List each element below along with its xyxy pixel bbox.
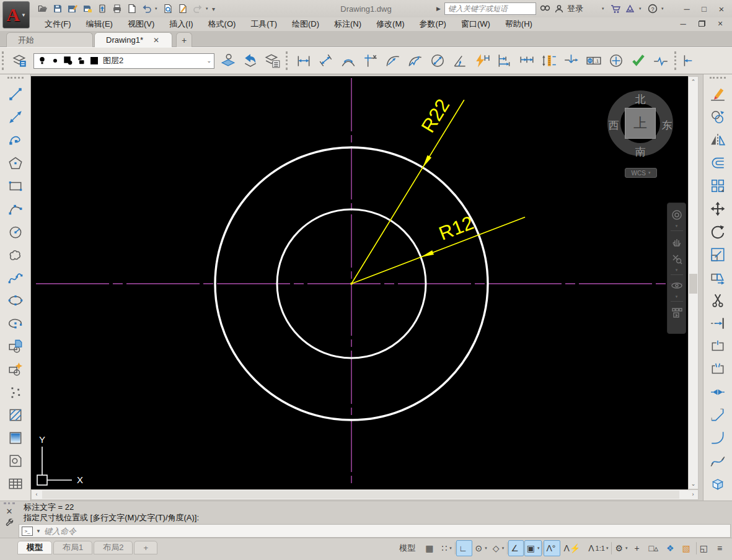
divider-3[interactable] [542, 542, 543, 554]
dim-edit-button[interactable] [681, 49, 697, 72]
orbit-icon[interactable] [670, 278, 684, 294]
insert-block-button[interactable] [4, 335, 27, 357]
move-button[interactable] [706, 197, 730, 220]
dim-jogged-linear-button[interactable] [650, 49, 672, 72]
viewcube-top-face[interactable]: 上 [625, 108, 656, 139]
dim-angular-button[interactable] [449, 49, 471, 72]
chevron-down-icon[interactable]: ▾ [676, 295, 678, 299]
dim-jogged-button[interactable] [404, 49, 426, 72]
object-snap-toggle[interactable]: ▣▾ [524, 540, 542, 556]
close-button[interactable]: × [713, 2, 730, 15]
vertical-scrollbar[interactable]: ⌃ ⌄ [688, 76, 699, 489]
elliptical-arc-button[interactable] [4, 312, 27, 335]
wrench-icon[interactable] [5, 518, 14, 529]
annotation-scale-button[interactable]: Λ1:1▾ [586, 540, 611, 556]
circle-button[interactable] [4, 220, 27, 243]
copy-button[interactable] [706, 105, 730, 128]
array-button[interactable] [706, 174, 730, 197]
dim-spacing-button[interactable] [538, 49, 560, 72]
offset-button[interactable] [706, 151, 730, 174]
wcs-dropdown[interactable]: WCS▾ [625, 168, 657, 178]
create-block-button[interactable] [4, 357, 27, 380]
toolbar-grip[interactable] [674, 51, 679, 70]
scroll-up-icon[interactable]: ⌃ [689, 77, 698, 87]
dim-arc-length-button[interactable] [337, 49, 359, 72]
object-snap-tracking-toggle[interactable]: ∠ [508, 540, 524, 556]
scroll-right-icon[interactable]: › [688, 490, 698, 499]
navigation-wheel-icon[interactable] [670, 207, 684, 223]
search-input[interactable] [444, 2, 536, 15]
make-object-layer-current-button[interactable] [217, 49, 239, 72]
undo-dropdown[interactable]: ▾ [155, 6, 160, 11]
doc-close-button[interactable]: × [712, 18, 728, 29]
grid-display-toggle[interactable]: ▦ [423, 540, 438, 556]
polygon-button[interactable] [4, 151, 27, 174]
toolbar-grip[interactable] [286, 51, 291, 70]
zoom-extents-icon[interactable] [670, 251, 684, 267]
user-icon[interactable] [555, 4, 563, 13]
toolbar-grip[interactable] [2, 51, 7, 70]
annotation-visibility-toggle[interactable]: Λ° [544, 540, 560, 556]
undo-button[interactable] [140, 2, 154, 15]
command-input[interactable] [44, 527, 730, 536]
menu-help[interactable]: 帮助(H) [498, 17, 540, 31]
viewcube-south[interactable]: 南 [633, 145, 648, 159]
polyline-button[interactable] [4, 128, 27, 151]
new-layout-button[interactable]: + [134, 541, 157, 554]
blend-curves-button[interactable] [706, 449, 730, 472]
open-button[interactable] [36, 2, 50, 15]
break-button[interactable] [706, 357, 730, 380]
cart-icon[interactable] [611, 4, 621, 14]
menu-modify[interactable]: 修改(M) [369, 17, 412, 31]
dim-ordinate-button[interactable] [359, 49, 382, 72]
tab-drawing1[interactable]: Drawing1*✕ [94, 32, 172, 47]
new-button[interactable] [125, 2, 139, 15]
toolbar-grip[interactable] [710, 77, 726, 81]
menu-edit[interactable]: 编辑(E) [79, 17, 120, 31]
scale-button[interactable] [706, 243, 730, 266]
fillet-button[interactable] [706, 426, 730, 449]
a360-dropdown[interactable]: ▾ [639, 6, 644, 11]
line-button[interactable] [4, 82, 27, 105]
menu-draw[interactable]: 绘图(D) [284, 17, 327, 31]
save-button[interactable] [51, 2, 64, 15]
command-grip[interactable] [4, 502, 15, 504]
isometric-drafting-toggle[interactable]: ◇▾ [490, 540, 506, 556]
tab-start[interactable]: 开始 [6, 32, 93, 47]
fullscreen-toggle[interactable]: ◱ [697, 540, 713, 556]
save-all-button[interactable] [81, 2, 94, 15]
dim-baseline-button[interactable] [493, 49, 516, 72]
layer-properties-button[interactable] [9, 49, 31, 72]
plot-button[interactable] [110, 2, 124, 15]
trim-button[interactable] [706, 289, 730, 312]
rectangle-button[interactable] [4, 174, 27, 197]
dim-tolerance-button[interactable]: .1 [583, 49, 605, 72]
signin-label[interactable]: 登录 [567, 3, 583, 14]
doc-minimize-button[interactable]: ─ [675, 18, 691, 29]
minimize-button[interactable]: ─ [679, 2, 695, 15]
divider-5[interactable] [696, 542, 697, 554]
drawing-canvas[interactable]: R22R12YX 北 南 西 东 上 WCS▾ ▾ ▾ ▾ [31, 76, 688, 489]
model-space-toggle[interactable]: 模型 [395, 540, 422, 556]
divider-1[interactable] [455, 542, 456, 554]
customize-qat-dropdown[interactable]: ▾ [212, 6, 217, 12]
viewcube-west[interactable]: 西 [606, 118, 621, 133]
clean-screen-toggle[interactable]: ▧ [680, 540, 695, 556]
help-dropdown[interactable]: ▾ [661, 6, 666, 11]
table-button[interactable] [4, 472, 27, 495]
close-icon[interactable]: ✕ [6, 507, 13, 518]
customize-button[interactable]: ≡ [713, 540, 728, 556]
viewcube-north[interactable]: 北 [633, 92, 648, 107]
menu-insert[interactable]: 插入(I) [162, 17, 200, 31]
scroll-left-icon[interactable]: ‹ [32, 490, 42, 499]
scroll-down-icon[interactable]: ⌄ [689, 479, 698, 489]
snap-mode-toggle[interactable]: ∷▾ [439, 540, 454, 556]
extend-button[interactable] [706, 312, 730, 335]
revision-cloud-button[interactable] [4, 243, 27, 266]
horizontal-scrollbar[interactable]: ‹ › [31, 489, 699, 500]
redo-button[interactable] [191, 2, 205, 15]
dim-linear-button[interactable] [293, 49, 315, 72]
vertical-scroll-thumb[interactable] [689, 274, 697, 294]
dim-update-button[interactable] [627, 49, 650, 72]
stretch-button[interactable] [706, 266, 730, 289]
